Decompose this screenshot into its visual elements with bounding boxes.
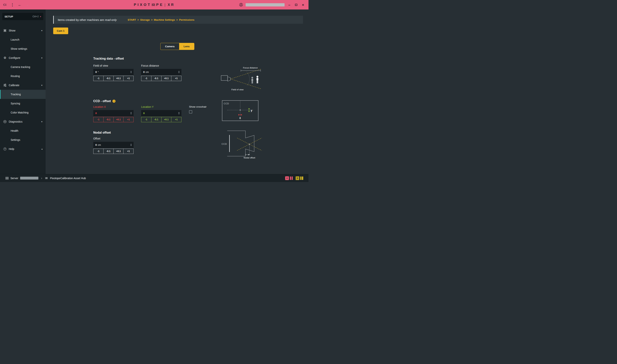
readonly-banner: Items created by other machines are read… <box>53 16 303 24</box>
location-x-input[interactable]: 0 <box>93 110 134 116</box>
info-icon[interactable]: i <box>112 100 115 103</box>
logo-divider: | <box>165 3 165 7</box>
focus-distance-input[interactable]: 0 cm <box>141 69 181 75</box>
stepper-arrows[interactable] <box>178 69 180 75</box>
increment-1-button[interactable]: +1 <box>123 76 134 81</box>
svg-text:Field of view: Field of view <box>231 89 244 91</box>
breadcrumb-separator: > <box>137 18 139 21</box>
increment-0-1-button[interactable]: +0.1 <box>113 149 124 154</box>
decrement-1-button[interactable]: -1 <box>141 76 151 81</box>
yellow-x-icon[interactable]: × <box>296 176 299 180</box>
chevron-down-icon: ▾ <box>41 120 42 123</box>
increment-1-button[interactable]: +1 <box>171 76 181 81</box>
increment-1-button[interactable]: +1 <box>171 117 181 122</box>
breadcrumb-storage[interactable]: Storage <box>140 18 150 21</box>
forward-icon[interactable]: → <box>25 3 29 7</box>
nodal-offset-value: 0 <box>95 143 97 146</box>
yellow-pause-icon[interactable] <box>300 177 303 180</box>
nodal-offset-steppers: -1 -0.1 +0.1 +1 <box>93 149 134 154</box>
decrement-0-1-button[interactable]: -0.1 <box>103 76 114 81</box>
sidebar-item-label: Syncing <box>11 102 20 105</box>
breadcrumb-start[interactable]: START <box>128 18 136 21</box>
sidebar-toggle-icon[interactable] <box>3 3 7 6</box>
sidebar-item-tracking[interactable]: Tracking <box>0 90 46 99</box>
minimize-button[interactable]: – <box>287 3 291 7</box>
sidebar-item-settings[interactable]: Settings <box>0 135 46 144</box>
sliders-icon <box>3 83 7 87</box>
red-x-icon[interactable]: × <box>285 176 289 180</box>
increment-1-button[interactable]: +1 <box>123 117 134 122</box>
svg-text:Nodal offset: Nodal offset <box>244 156 255 159</box>
setup-label: SETUP <box>5 15 13 18</box>
location-y-steppers: -1 -0.1 +0.1 +1 <box>141 117 181 122</box>
increment-0-1-button[interactable]: +0.1 <box>161 117 172 122</box>
sidebar-item-show[interactable]: Show ▾ <box>0 26 46 35</box>
decrement-0-1-button[interactable]: -0.1 <box>151 76 162 81</box>
sidebar-item-label: Routing <box>11 75 20 78</box>
sidebar-item-color-matching[interactable]: Color Matching <box>0 108 46 117</box>
sidebar-item-camera-tracking[interactable]: Camera tracking <box>0 63 46 72</box>
stepper-arrows[interactable] <box>130 110 132 116</box>
nodal-offset-input[interactable]: 0 cm <box>93 142 134 148</box>
decrement-1-button[interactable]: -1 <box>93 76 104 81</box>
tab-camera[interactable]: Camera <box>161 43 179 50</box>
show-crosshair-checkbox[interactable] <box>189 110 192 114</box>
decrement-0-1-button[interactable]: -0.1 <box>103 117 114 122</box>
sidebar-item-launch[interactable]: Launch <box>0 35 46 44</box>
statusbar-left: Server › PixotopeCalibration Asset Hub <box>5 177 86 180</box>
sidebar-item-label: Camera tracking <box>11 65 30 68</box>
field-of-view-input[interactable]: 0 ° <box>93 69 134 75</box>
sidebar-item-show-settings[interactable]: Show settings <box>0 44 46 53</box>
back-icon[interactable]: ← <box>18 3 22 7</box>
sidebar-item-help[interactable]: ? Help ◂ <box>0 144 46 154</box>
sidebar-item-health[interactable]: Health <box>0 126 46 135</box>
nodal-offset-diagram: CCD Nodal offset <box>219 128 262 159</box>
decrement-1-button[interactable]: -1 <box>93 149 104 154</box>
close-button[interactable]: × <box>301 3 305 7</box>
decrement-1-button[interactable]: -1 <box>141 117 151 122</box>
breadcrumb-separator: > <box>151 18 152 21</box>
field-of-view-unit: ° <box>98 71 99 73</box>
location-y-group: Location Y 0 -1 -0.1 +0.1 +1 <box>141 105 181 122</box>
person-grey-icon <box>251 77 253 84</box>
cam-1-button[interactable]: Cam 1 <box>53 27 68 34</box>
stepper-arrows[interactable] <box>130 142 132 148</box>
sidebar-item-label: Health <box>11 129 18 132</box>
decrement-0-1-button[interactable]: -0.1 <box>151 117 162 122</box>
asset-hub-label: PixotopeCalibration Asset Hub <box>50 177 86 180</box>
breadcrumb-machine-settings[interactable]: Machine Settings <box>154 18 175 21</box>
decrement-0-1-button[interactable]: -0.1 <box>103 149 114 154</box>
stepper-arrows[interactable] <box>130 69 132 75</box>
increment-0-1-button[interactable]: +0.1 <box>113 76 124 81</box>
red-pause-icon[interactable] <box>290 177 293 180</box>
sidebar-item-configure[interactable]: ⚙ Configure ▾ <box>0 53 46 63</box>
focus-distance-group: Focus distance 0 cm -1 -0.1 +0.1 +1 <box>141 64 181 81</box>
sidebar-item-calibrate[interactable]: Calibrate ▾ <box>0 81 46 90</box>
show-crosshair-label: Show crosshair <box>189 105 206 108</box>
main-content: Items created by other machines are read… <box>46 10 308 174</box>
chevron-down-icon: ▾ <box>41 29 42 32</box>
sidebar-item-label: Diagnostics <box>9 120 22 123</box>
increment-1-button[interactable]: +1 <box>123 149 134 154</box>
location-y-value: 0 <box>143 112 145 115</box>
sidebar-item-syncing[interactable]: Syncing <box>0 99 46 108</box>
location-x-value: 0 <box>95 112 97 115</box>
breadcrumb-permissions[interactable]: Permissions <box>179 18 194 21</box>
setup-selector[interactable]: SETUP Ctrl+2 ▾ <box>2 13 43 20</box>
svg-text:CCD: CCD <box>224 102 229 105</box>
decrement-1-button[interactable]: -1 <box>93 117 104 122</box>
tab-lens[interactable]: Lens <box>179 43 194 50</box>
focus-distance-label: Focus distance <box>141 64 181 67</box>
increment-0-1-button[interactable]: +0.1 <box>161 76 172 81</box>
stepper-arrows[interactable] <box>178 110 180 116</box>
banner-emphasis: read-only <box>105 18 117 21</box>
user-icon[interactable] <box>239 3 243 7</box>
increment-0-1-button[interactable]: +0.1 <box>113 117 124 122</box>
location-y-input[interactable]: 0 <box>141 110 181 116</box>
sidebar-item-routing[interactable]: Routing <box>0 72 46 81</box>
show-crosshair-group: Show crosshair <box>189 105 206 114</box>
svg-text:Focus distance: Focus distance <box>243 67 258 69</box>
maximize-button[interactable] <box>294 4 298 6</box>
kebab-menu-icon[interactable]: ⋮ <box>11 3 14 7</box>
sidebar-item-diagnostics[interactable]: Diagnostics ▾ <box>0 117 46 126</box>
